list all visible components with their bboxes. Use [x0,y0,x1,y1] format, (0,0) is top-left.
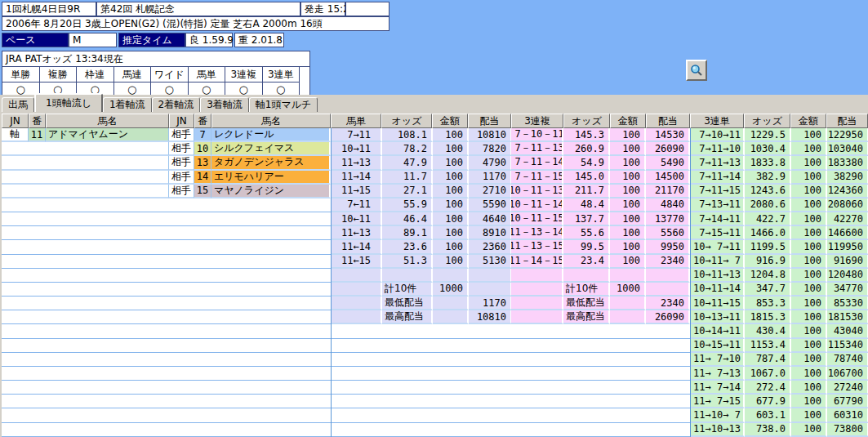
sanrenpuku-combo-cell: 11－13－15 [511,240,563,254]
umatan-combo-cell: 10→11 [332,142,382,156]
sanrenpuku-spacer-cell [646,269,690,283]
sanrenpuku-min-payout-label: 最低配当 [563,297,610,310]
umatan-amount-cell: 100 [433,198,469,212]
sanrentan-combo-cell: 7→14→11 [691,212,745,226]
umatan-spacer-cell [332,310,382,324]
sanrentan-payout-cell: 43040 [827,324,868,338]
sanrentan-amount-cell: 100 [791,381,827,395]
column-header-7[interactable]: オッズ [381,114,432,128]
tab-3chaku-jiku[interactable]: 3着軸流 [200,97,249,112]
tab-ittou-jiku-nagashi[interactable]: 1頭軸流し [34,93,103,112]
sanrenpuku-payout-cell: 9950 [646,240,690,254]
column-header-11[interactable]: オッズ [563,114,610,128]
bet-type-label: 馬単 [189,67,226,82]
sanrenpuku-payout-cell: 4840 [646,198,690,212]
sanrentan-combo-cell: 11→ 7→15 [691,395,745,408]
sanrenpuku-amount-cell: 100 [610,212,646,226]
umatan-combo-cell: 10←11 [332,212,382,226]
sanrenpuku-payout-cell: 26090 [646,142,690,156]
column-header-2[interactable]: 馬名 [46,114,169,128]
tab-jiku-multi[interactable]: 軸1頭マルチ [249,97,318,112]
umatan-payout-cell: 5590 [469,198,512,212]
umatan-odds-cell: 23.6 [382,240,433,254]
column-header-5[interactable]: 馬名 [211,114,331,128]
sanrentan-payout-cell: 208060 [827,198,868,212]
tab-shutsuba[interactable]: 出馬 [2,97,34,112]
partner-jn-cell: 相手 [169,128,194,142]
sanrenpuku-blank-row [511,408,690,422]
column-header-17[interactable]: 配当 [826,114,868,128]
sanrenpuku-spacer-cell [511,310,563,324]
bet-type-label: 馬連 [114,67,152,82]
umatan-spacer-cell [433,310,469,324]
column-header-16[interactable]: 金額 [790,114,826,128]
column-header-12[interactable]: 金額 [610,114,646,128]
umatan-combo-cell: 7←11 [332,198,382,212]
umatan-odds-cell: 108.1 [382,128,433,142]
sanrenpuku-spacer-cell [511,269,563,283]
sanrentan-amount-cell: 100 [791,128,827,142]
sanrenpuku-blank-row [511,324,690,338]
sanrentan-combo-cell: 10→ 7→11 [691,240,745,254]
tab-1chaku-jiku[interactable]: 1着軸流 [103,97,152,112]
column-header-14[interactable]: 3連単 [690,114,744,128]
left-empty-cell [2,171,169,185]
left-blank-row [2,423,331,437]
sanrenpuku-spacer-cell [610,310,646,324]
sanrentan-amount-cell: 100 [791,226,827,240]
sanrentan-combo-cell: 10→14→11 [691,324,745,338]
sanrentan-odds-cell: 916.9 [745,255,791,269]
sanrentan-payout-cell: 78740 [827,353,868,367]
partner-horse-number: 14 [194,171,211,185]
post-time: 発走 15:25 [300,2,345,16]
column-header-13[interactable]: 配当 [646,114,690,128]
partner-horse-number: 13 [194,156,211,170]
race-number: 1回札幌4日目9R [2,2,96,16]
column-header-1[interactable]: 番 [29,114,46,128]
column-header-4[interactable]: 番 [194,114,211,128]
umatan-combo-cell: 11→13 [332,156,382,170]
sanrentan-payout-cell: 183380 [827,156,868,170]
sanrenpuku-combo-cell: 10－11－13 [511,185,563,198]
sanrentan-payout-cell: 73800 [827,423,868,437]
column-header-0[interactable]: JN [2,114,29,128]
umatan-min-payout-label: 最低配当 [382,297,433,310]
left-blank-row [2,283,331,297]
sanrenpuku-max-payout-value: 26090 [646,310,690,324]
zoom-search-button[interactable] [686,60,707,81]
sanrenpuku-spacer-cell [563,269,610,283]
sanrentan-combo-cell: 10→11→13 [691,269,745,283]
sanrentan-combo-cell: 11→ 7→10 [691,353,745,367]
sanrentan-odds-cell: 787.4 [745,353,791,367]
bet-type-label: 単勝 [2,67,40,82]
left-blank-row [2,381,331,395]
sanrenpuku-payout-cell: 13770 [646,212,690,226]
partner-horse-number: 7 [194,128,211,142]
sanrentan-odds-cell: 1466.0 [745,226,791,240]
column-header-9[interactable]: 配当 [468,114,511,128]
sanrentan-combo-cell: 7→11→14 [691,171,745,185]
sanrenpuku-odds-cell: 145.3 [563,128,610,142]
column-header-8[interactable]: 金額 [432,114,468,128]
sanrentan-amount-cell: 100 [791,269,827,283]
tab-2chaku-jiku[interactable]: 2着軸流 [152,97,201,112]
sanrentan-bets-grid: 7→10→111229.5100122950 7→11→101030.41001… [690,128,868,437]
umatan-max-payout-label: 最高配当 [382,310,433,324]
column-header-15[interactable]: オッズ [744,114,790,128]
header-spacer-box [345,2,389,16]
sanrenpuku-total-stake: 1000 [610,283,646,297]
sanrenpuku-blank-row [511,381,690,395]
sanrentan-odds-cell: 603.1 [745,408,791,422]
column-header-6[interactable]: 馬単 [331,114,381,128]
column-header-10[interactable]: 3連複 [511,114,563,128]
umatan-spacer-cell [382,269,433,283]
left-blank-row [2,395,331,408]
sanrentan-combo-cell: 10→11→15 [691,297,745,310]
column-header-3[interactable]: JN [169,114,194,128]
umatan-blank-row [332,395,512,408]
umatan-blank-row [332,339,512,353]
sanrenpuku-odds-cell: 211.7 [563,185,610,198]
sanrentan-odds-cell: 2080.6 [745,198,791,212]
umatan-combo-cell: 11←15 [332,255,382,269]
sanrenpuku-combo-cell: 7－11－13 [511,142,563,156]
